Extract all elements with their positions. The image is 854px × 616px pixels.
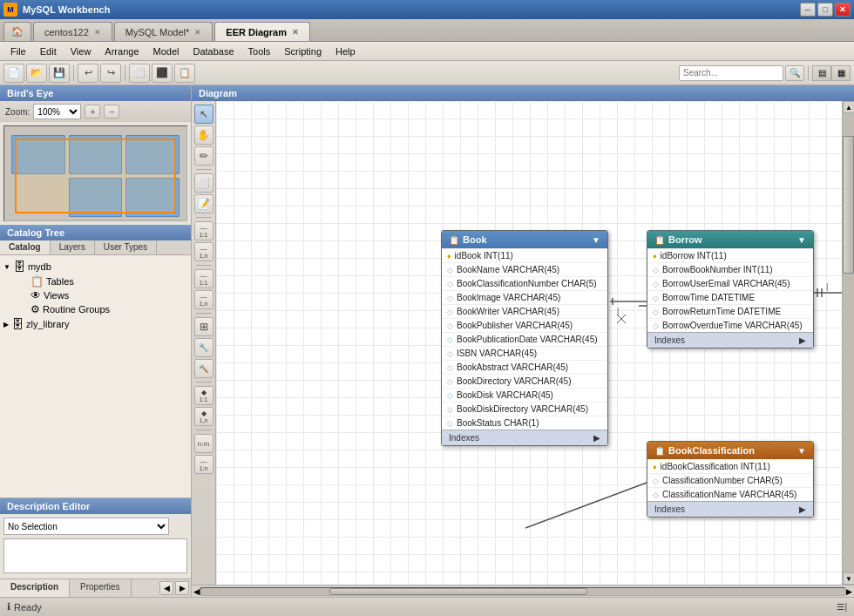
menu-edit[interactable]: Edit (33, 44, 64, 58)
properties-tab[interactable]: Properties (70, 579, 132, 597)
catalog-tab-catalog[interactable]: Catalog (0, 240, 51, 254)
tool-grid[interactable]: ⊞ (194, 317, 214, 336)
nav-next-button[interactable]: ▶ (175, 581, 189, 595)
tab-close-icon[interactable]: ✕ (94, 28, 101, 37)
tool-nn-1n[interactable]: — 1,n (194, 290, 214, 309)
tree-item-views[interactable]: 👁 Views (17, 288, 187, 302)
undo-button[interactable]: ↩ (78, 64, 98, 83)
tree-item-zly-library[interactable]: ▶ 🗄 zly_library (3, 316, 187, 332)
tool-pencil[interactable]: ✏ (194, 146, 214, 166)
left-panel: Bird's Eye Zoom: 100% 75% 50% 125% 150% … (0, 85, 192, 597)
tab-close-icon[interactable]: ✕ (292, 28, 299, 37)
view-btn1[interactable]: ▤ (812, 65, 831, 81)
table-book[interactable]: 📋 Book ▼ ♦idBook INT(11) ◇BookName VARCH… (441, 230, 608, 446)
tool-wrench2[interactable]: 🔨 (194, 359, 214, 378)
tab-eer-diagram[interactable]: EER Diagram ✕ (214, 22, 310, 41)
tool-conn1[interactable]: ◆ 1:1 (194, 386, 214, 405)
scroll-left-button[interactable]: ◀ (193, 587, 200, 596)
tab-mysql-model[interactable]: MySQL Model* ✕ (114, 22, 214, 41)
tool-conn2[interactable]: ◆ 1,n (194, 407, 214, 426)
nav-prev-button[interactable]: ◀ (159, 581, 173, 595)
zoom-select[interactable]: 100% 75% 50% 125% 150% (33, 104, 81, 119)
minimize-button[interactable]: ─ (800, 3, 816, 17)
tool-conn3[interactable]: — 1:n (194, 455, 214, 474)
collapse-icon[interactable]: ▼ (592, 235, 600, 245)
menu-arrange[interactable]: Arrange (98, 44, 146, 58)
collapse-icon[interactable]: ▼ (797, 235, 806, 245)
search-input[interactable] (679, 65, 783, 81)
maximize-button[interactable]: □ (817, 3, 833, 17)
table-indexes-bookclassification[interactable]: Indexes ▶ (647, 501, 813, 517)
tb-btn3[interactable]: 📋 (174, 64, 195, 83)
tab-close-icon[interactable]: ✕ (194, 28, 201, 37)
tb-btn2[interactable]: ⬛ (152, 64, 173, 83)
tool-note[interactable]: 📝 (194, 194, 214, 213)
scroll-up-button[interactable]: ▲ (843, 101, 854, 113)
table-field: ◇BookDisk VARCHAR(45) (442, 388, 607, 402)
tool-nm[interactable]: n:m (194, 434, 214, 453)
table-field: ◇BorrowOverdueTime VARCHAR(45) (647, 318, 813, 332)
diagram-canvas[interactable]: | | 📋 Book ▼ ♦idBook INT(11) ◇BookName V… (216, 101, 842, 585)
tree-item-tables[interactable]: 📋 Tables (17, 274, 187, 288)
expand-arrow[interactable]: ▼ (3, 263, 10, 271)
tool-pan[interactable]: ✋ (194, 125, 214, 145)
collapse-icon[interactable]: ▼ (797, 446, 806, 456)
status-bar: ℹ Ready ☰| (0, 597, 854, 616)
menu-file[interactable]: File (3, 44, 33, 58)
vertical-scrollbar[interactable]: ▲ ▼ (842, 101, 854, 585)
tree-item-mydb[interactable]: ▼ 🗄 mydb (3, 259, 187, 274)
tb-btn1[interactable]: ⬜ (129, 64, 150, 83)
table-indexes-book[interactable]: Indexes ▶ (442, 430, 607, 445)
tab-centos122[interactable]: centos122 ✕ (33, 22, 112, 41)
tool-11[interactable]: — 1:1 (194, 221, 214, 240)
status-right-icon: ☰| (837, 602, 847, 612)
tool-1n[interactable]: — 1,n (194, 242, 214, 261)
catalog-tab-layers[interactable]: Layers (51, 240, 95, 254)
tool-nn-11[interactable]: — 1:1 (194, 269, 214, 288)
desc-editor-header: Description Editor (0, 498, 191, 514)
vscroll-thumb[interactable] (843, 136, 854, 274)
close-button[interactable]: ✕ (835, 3, 851, 17)
view-btn2[interactable]: ▦ (831, 65, 851, 81)
menu-help[interactable]: Help (329, 44, 363, 58)
tool-wrench1[interactable]: 🔧 (194, 338, 214, 357)
zoom-out-button[interactable]: − (104, 105, 119, 118)
table-field: ◇BookPublicationDate VARCHAR(45) (442, 332, 607, 346)
open-button[interactable]: 📂 (26, 64, 47, 83)
menu-database[interactable]: Database (186, 44, 241, 58)
description-tab[interactable]: Description (0, 579, 70, 597)
menu-scripting[interactable]: Scripting (277, 44, 329, 58)
hscroll-thumb[interactable] (329, 588, 587, 595)
no-selection-dropdown[interactable]: No Selection (3, 518, 169, 535)
scroll-down-button[interactable]: ▼ (843, 572, 854, 585)
tool-rect[interactable]: ⬜ (194, 173, 214, 193)
table-bookclassification[interactable]: 📋 BookClassification ▼ ♦idBookClassifica… (647, 441, 814, 518)
catalog-tabs: Catalog Layers User Types (0, 240, 191, 255)
new-button[interactable]: 📄 (3, 64, 24, 83)
catalog-tab-usertypes[interactable]: User Types (95, 240, 157, 254)
table-borrow[interactable]: 📋 Borrow ▼ ♦idBorrow INT(11) ◇BorrowBook… (647, 230, 814, 349)
view-buttons: ▤ ▦ (812, 65, 851, 81)
tool-select[interactable]: ↖ (194, 105, 214, 124)
diagram-tools: ↖ ✋ ✏ ⬜ 📝 — 1:1 — 1,n — 1:1 (192, 101, 216, 585)
tree-item-routine-groups[interactable]: ⚙ Routine Groups (17, 302, 187, 316)
save-button[interactable]: 💾 (49, 64, 70, 83)
home-tab[interactable]: 🏠 (3, 22, 31, 41)
menu-tools[interactable]: Tools (241, 44, 278, 58)
search-button[interactable]: 🔍 (785, 65, 804, 81)
table-indexes-borrow[interactable]: Indexes ▶ (647, 332, 813, 348)
hscroll-track[interactable] (200, 587, 846, 596)
scroll-right-button[interactable]: ▶ (846, 587, 852, 596)
menu-model[interactable]: Model (146, 44, 186, 58)
diagram-main: ↖ ✋ ✏ ⬜ 📝 — 1:1 — 1,n — 1:1 (192, 101, 854, 585)
description-text[interactable] (3, 538, 187, 573)
horizontal-scrollbar[interactable]: ◀ ▶ (192, 585, 854, 597)
redo-button[interactable]: ↪ (100, 64, 121, 83)
expand-arrow[interactable]: ▶ (3, 321, 9, 328)
table-field: ♦idBook INT(11) (442, 248, 607, 262)
vscroll-track[interactable] (843, 113, 854, 572)
zoom-in-button[interactable]: + (85, 105, 100, 118)
menu-view[interactable]: View (64, 44, 98, 58)
table-field: ◇BorrowReturnTime DATETIME (647, 304, 813, 318)
window-controls[interactable]: ─ □ ✕ (800, 3, 851, 17)
